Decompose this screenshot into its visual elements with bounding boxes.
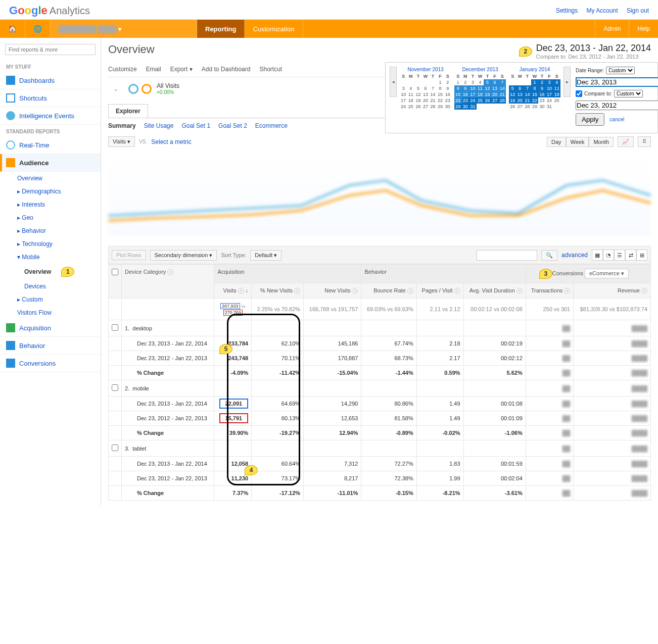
calendar-day[interactable]: 28 <box>498 97 506 104</box>
calendar-day[interactable]: 7 <box>498 79 506 85</box>
calendar-day[interactable]: 3 <box>400 85 407 91</box>
calendar-day[interactable]: 30 <box>444 104 451 110</box>
metric-select[interactable]: Visits ▾ <box>108 136 135 147</box>
calendar-day[interactable]: 27 <box>516 104 524 110</box>
calendar-day[interactable]: 4 <box>407 85 415 91</box>
col-avg[interactable]: Avg. Visit Duration? <box>463 283 526 299</box>
email-button[interactable]: Email <box>146 66 161 73</box>
calendar-day[interactable]: 14 <box>524 91 531 97</box>
segment-chevron-icon[interactable]: ⌄ <box>108 85 123 92</box>
calendar-day[interactable]: 19 <box>414 97 422 104</box>
calendar-day[interactable]: 7 <box>429 85 437 91</box>
calendar-day[interactable]: 17 <box>546 91 553 97</box>
calendar-day[interactable]: 30 <box>538 104 546 110</box>
sidebar-sub-behavior[interactable]: ▸ Behavior <box>0 224 101 237</box>
calendar-day[interactable]: 18 <box>553 91 560 97</box>
table-search-input[interactable] <box>477 250 537 261</box>
granularity-week[interactable]: Week <box>566 137 589 147</box>
plot-rows-button[interactable]: Plot Rows <box>112 250 146 260</box>
calendar-day[interactable]: 23 <box>444 97 451 104</box>
calendar-day[interactable]: 14 <box>498 85 506 91</box>
calendar-day[interactable]: 22 <box>531 97 539 104</box>
sort-type-select[interactable]: Default ▾ <box>250 250 281 261</box>
calendar-day[interactable]: 15 <box>454 91 462 97</box>
sidebar-item-behavior[interactable]: Behavior <box>0 337 101 355</box>
cancel-link[interactable]: cancel <box>609 117 624 122</box>
sidebar-sub-overview[interactable]: Overview <box>0 172 101 185</box>
calendar-day[interactable]: 8 <box>454 85 462 91</box>
calendar-day[interactable]: 27 <box>422 104 430 110</box>
col-newvisits[interactable]: New Visits? <box>304 283 361 299</box>
col-pages[interactable]: Pages / Visit? <box>416 283 463 299</box>
view-bar-icon[interactable]: ☰ <box>614 250 625 261</box>
calendar-day[interactable]: 10 <box>546 85 553 91</box>
advanced-link[interactable]: advanced <box>561 252 588 259</box>
compare-select[interactable]: Custom <box>614 90 643 97</box>
calendar-day[interactable]: 11 <box>477 85 484 91</box>
sidebar-item-audience[interactable]: Audience <box>0 154 101 172</box>
sidebar-sub-mobile-devices[interactable]: Devices <box>0 280 101 293</box>
admin-link[interactable]: Admin <box>595 20 629 38</box>
col-visits[interactable]: Visits? ↓ <box>214 283 252 299</box>
calendar-day[interactable]: 31 <box>546 104 553 110</box>
calendar-day[interactable]: 26 <box>509 104 516 110</box>
calendar-day[interactable]: 12 <box>414 91 422 97</box>
calendar-day[interactable]: 5 <box>414 85 422 91</box>
calendar-day[interactable]: 13 <box>516 91 524 97</box>
calendar-day[interactable]: 9 <box>538 85 546 91</box>
calendar-day[interactable]: 29 <box>454 104 462 110</box>
subtab-ecommerce[interactable]: Ecommerce <box>255 122 288 129</box>
globe-icon[interactable] <box>25 20 51 38</box>
cal-prev-button[interactable]: ◂ <box>390 67 397 97</box>
calendar-day[interactable]: 21 <box>524 97 531 104</box>
calendar-day[interactable]: 29 <box>437 104 444 110</box>
my-account-link[interactable]: My Account <box>587 7 618 14</box>
calendar-day[interactable]: 12 <box>509 91 516 97</box>
calendar-day[interactable]: 16 <box>462 91 469 97</box>
calendar-day[interactable]: 29 <box>531 104 539 110</box>
calendar-day[interactable]: 12 <box>484 85 491 91</box>
calendar-day[interactable]: 23 <box>462 97 469 104</box>
sidebar-item-acquisition[interactable]: Acquisition <box>0 319 101 337</box>
cal-next-button[interactable]: ▸ <box>563 67 571 97</box>
calendar-day[interactable]: 17 <box>469 91 477 97</box>
col-newvisits-pct[interactable]: % New Visits? <box>252 283 304 299</box>
calendar-day[interactable]: 28 <box>429 104 437 110</box>
sidebar-item-dashboards[interactable]: Dashboards <box>0 72 101 89</box>
calendar-day[interactable]: 16 <box>444 91 451 97</box>
account-selector[interactable]: ████████ ████ ▾ <box>51 20 197 38</box>
calendar-day[interactable]: 19 <box>509 97 516 104</box>
date-range-selector[interactable]: Dec 23, 2013 - Jan 22, 2014 Compare to: … <box>536 43 651 60</box>
calendar-day[interactable]: 23 <box>538 97 546 104</box>
date-range-select[interactable]: Custom <box>606 67 635 74</box>
view-pivot-icon[interactable]: ⊞ <box>636 250 647 261</box>
row-checkbox[interactable] <box>112 384 118 391</box>
calendar-day[interactable]: 2 <box>538 79 546 85</box>
subtab-summary[interactable]: Summary <box>108 122 136 129</box>
calendar-day[interactable]: 24 <box>469 97 477 104</box>
calendar-day[interactable]: 25 <box>477 97 484 104</box>
subtab-goal2[interactable]: Goal Set 2 <box>218 122 247 129</box>
granularity-day[interactable]: Day <box>547 137 566 147</box>
calendar-day[interactable]: 26 <box>414 104 422 110</box>
calendar-day[interactable]: 21 <box>429 97 437 104</box>
calendar-day[interactable]: 19 <box>484 91 491 97</box>
help-link[interactable]: Help <box>629 20 658 38</box>
view-pie-icon[interactable]: ◔ <box>603 250 614 261</box>
sidebar-sub-custom[interactable]: ▸ Custom <box>0 293 101 306</box>
calendar-day[interactable]: 26 <box>484 97 491 104</box>
calendar-day[interactable]: 5 <box>484 79 491 85</box>
calendar-day[interactable]: 22 <box>454 97 462 104</box>
calendar-day[interactable]: 4 <box>477 79 484 85</box>
calendar-day[interactable]: 6 <box>491 79 499 85</box>
calendar-day[interactable]: 25 <box>407 104 415 110</box>
sidebar-sub-visitors-flow[interactable]: Visitors Flow <box>0 306 101 319</box>
shortcut-button[interactable]: Shortcut <box>259 66 282 73</box>
tab-reporting[interactable]: Reporting <box>197 20 245 38</box>
sidebar-item-realtime[interactable]: Real-Time <box>0 136 101 154</box>
calendar-day[interactable]: 3 <box>546 79 553 85</box>
calendar-day[interactable]: 7 <box>524 85 531 91</box>
calendar-day[interactable]: 27 <box>491 97 499 104</box>
calendar-day[interactable]: 31 <box>469 104 477 110</box>
col-trans[interactable]: Transactions? <box>526 283 573 299</box>
